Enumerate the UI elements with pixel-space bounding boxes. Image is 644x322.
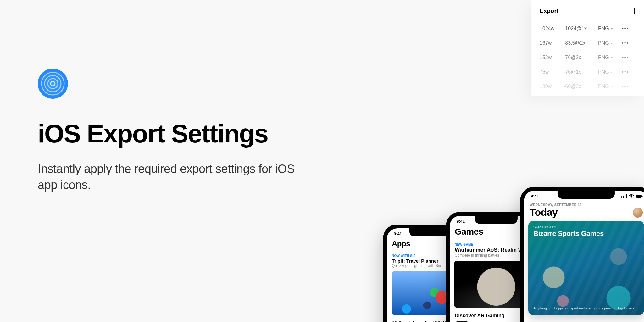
today-card-art	[528, 221, 644, 315]
export-suffix[interactable]: -1024@1x	[564, 26, 598, 31]
export-format-select[interactable]: PNG▾	[598, 55, 619, 60]
export-format-select[interactable]: PNG▾	[598, 40, 619, 46]
today-card-footer: Anything can happen in sports—these game…	[533, 306, 639, 311]
chevron-down-icon: ▾	[611, 70, 613, 74]
export-row-more-button[interactable]: •••	[619, 40, 629, 46]
status-signals-icon	[621, 194, 643, 198]
export-panel: Export 1024w -1024@1x PNG▾ ••• 167w -83.…	[531, 0, 644, 96]
svg-rect-8	[636, 195, 641, 197]
svg-point-2	[48, 79, 58, 89]
chevron-down-icon: ▾	[611, 56, 613, 59]
export-size[interactable]: 76w	[540, 69, 564, 75]
status-clock: 9:41	[457, 219, 465, 224]
export-size[interactable]: 167w	[540, 40, 564, 46]
today-card-kicker: SERIOUSLY?	[528, 221, 644, 230]
svg-rect-4	[619, 11, 624, 11]
export-suffix[interactable]: -76@2x	[564, 55, 598, 60]
export-format-select[interactable]: PNG▾	[598, 84, 619, 89]
export-row-more-button[interactable]: •••	[619, 55, 629, 60]
today-title: Today	[530, 207, 558, 218]
export-format-select[interactable]: PNG▾	[598, 26, 619, 31]
today-date: WEDNESDAY, SEPTEMBER 12	[524, 200, 644, 207]
today-featured-card[interactable]: SERIOUSLY? Bizarre Sports Games Anything…	[528, 221, 644, 315]
export-row-more-button[interactable]: •••	[619, 84, 629, 89]
svg-rect-6	[634, 8, 635, 14]
export-row[interactable]: 1024w -1024@1x PNG▾ •••	[540, 21, 638, 36]
chevron-down-icon: ▾	[611, 27, 613, 31]
hero: iOS Export Settings Instantly apply the …	[38, 69, 305, 193]
hero-subtitle: Instantly apply the required export sett…	[38, 161, 305, 193]
status-clock: 9:41	[394, 231, 402, 236]
export-suffix[interactable]: -60@3x	[564, 84, 598, 89]
concentric-rings-icon	[38, 69, 68, 99]
export-size[interactable]: 180w	[540, 84, 564, 89]
svg-point-1	[45, 75, 61, 92]
phone-notch	[475, 216, 518, 224]
phone-notch	[558, 191, 615, 199]
export-row[interactable]: 152w -76@2x PNG▾ •••	[540, 50, 638, 65]
phone-today: 9:41 WEDNESDAY, SEPTEMBER 12 Today SERIO…	[520, 187, 644, 322]
remove-export-button[interactable]	[618, 8, 625, 14]
svg-rect-9	[642, 196, 643, 197]
export-row[interactable]: 76w -76@1x PNG▾ •••	[540, 65, 638, 79]
export-format-select[interactable]: PNG▾	[598, 69, 619, 75]
export-suffix[interactable]: -83.5@2x	[564, 40, 598, 46]
chevron-down-icon: ▾	[611, 85, 613, 88]
export-suffix[interactable]: -76@1x	[564, 69, 598, 75]
export-row[interactable]: 167w -83.5@2x PNG▾ •••	[540, 36, 638, 50]
export-row-more-button[interactable]: •••	[619, 69, 629, 75]
phone-mockups: 9:41 WEDNESDAY, SEPTEMBER 12 Today SERIO…	[399, 171, 644, 322]
status-clock: 9:41	[531, 194, 539, 198]
add-export-button[interactable]	[631, 8, 638, 14]
avatar[interactable]	[633, 208, 643, 218]
export-row[interactable]: 180w -60@3x PNG▾ •••	[540, 79, 638, 94]
phone-notch	[409, 228, 448, 236]
export-size[interactable]: 1024w	[540, 26, 564, 31]
export-rows: 1024w -1024@1x PNG▾ ••• 167w -83.5@2x PN…	[540, 21, 638, 94]
export-row-more-button[interactable]: •••	[619, 26, 629, 31]
chevron-down-icon: ▾	[611, 42, 613, 45]
export-size[interactable]: 152w	[540, 55, 564, 60]
export-panel-title: Export	[540, 8, 558, 14]
svg-point-3	[51, 81, 55, 86]
hero-title: iOS Export Settings	[38, 119, 305, 148]
